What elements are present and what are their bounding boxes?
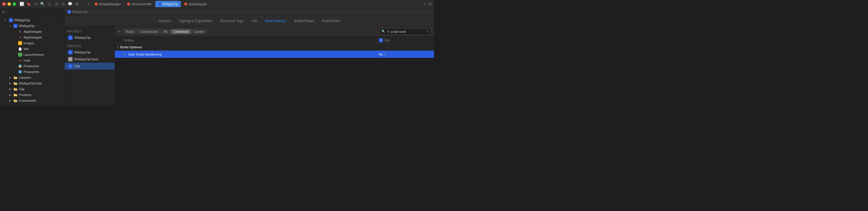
nav-app-icon: A (68, 35, 73, 40)
target-icon[interactable]: ◎ (54, 2, 59, 6)
nav-item-rnappclip-target[interactable]: A RNAppClip (65, 49, 115, 56)
bookmark-icon[interactable]: 🔖 (26, 2, 31, 6)
breadcrumb: A RNAppClip (67, 10, 88, 14)
minimize-button[interactable] (7, 2, 11, 6)
tab-build-rules[interactable]: Build Rules (319, 18, 344, 24)
col-clip-label: Clip (384, 38, 390, 42)
tree-label: main (24, 59, 30, 62)
tree-item-frameworks[interactable]: ▶ Frameworks (0, 98, 64, 104)
tab-signing[interactable]: Signing & Capabilities (175, 18, 216, 24)
nav-back-button[interactable]: ‹ (83, 1, 86, 7)
nav-forward-button[interactable]: › (87, 1, 91, 7)
assets-icon: ⊞ (18, 41, 22, 46)
sidebar-toggle-button[interactable]: ≡ (2, 10, 5, 15)
tree-arrow: ▶ (9, 76, 13, 79)
tab-build-settings[interactable]: Build Settings (261, 18, 290, 24)
tab-bridgemanager[interactable]: BridgeManager (92, 1, 123, 7)
privacy-icon (18, 70, 22, 74)
segment-levels[interactable]: Levels (191, 29, 207, 34)
svg-rect-6 (18, 53, 22, 57)
folder-icon (13, 75, 18, 80)
tab-resource-tags[interactable]: Resource Tags (216, 18, 247, 24)
cell-value[interactable]: No ▲ ▼ (377, 52, 434, 56)
tree-item-appdelegate-h[interactable]: h AppDelegate (0, 29, 64, 34)
swift-icon (184, 3, 187, 5)
bubble-icon[interactable]: 💬 (68, 2, 72, 6)
nav-arrows: ‹ › (83, 1, 90, 7)
grid-icon[interactable]: ⊞ (74, 2, 79, 6)
build-settings-area: + Basic Customized All Combined Levels 🔍… (115, 26, 434, 105)
search-clear-button[interactable]: ✕ (426, 30, 429, 34)
segment-customized[interactable]: Customized (137, 29, 161, 34)
tree-item-products[interactable]: ▶ Products (0, 92, 64, 98)
tree-item-rnappclip-sub[interactable]: ▾ A RNAppClip (0, 23, 64, 29)
tree-item-privacyinfo2[interactable]: PrivacyInfo (0, 69, 64, 75)
nav-item-rnappclip-proj[interactable]: A RNAppClip (65, 34, 115, 41)
tab-viewcontroller[interactable]: ViewController (124, 1, 155, 7)
search-input[interactable] (391, 30, 425, 33)
title-bar-right: ⤢ ⊡ (423, 2, 432, 6)
swift-icon (127, 3, 130, 5)
tab-general[interactable]: General (155, 18, 175, 24)
sidebar-toggle-icon[interactable]: ⬜ (20, 2, 24, 6)
expand-icon[interactable]: ⤢ (423, 2, 426, 6)
nav-item-label: Clip (74, 64, 80, 68)
svg-text:A: A (14, 25, 17, 28)
breadcrumb-bar: A RNAppClip (65, 8, 434, 16)
filter-bar: + Basic Customized All Combined Levels 🔍… (115, 26, 434, 37)
tree-item-rnappcliptests[interactable]: ▶ RNAppClipTests (0, 80, 64, 86)
tab-build-phases[interactable]: Build Phases (290, 18, 318, 24)
tree-label: Info (24, 47, 29, 51)
section-build-options[interactable]: ▾ Build Options (115, 44, 434, 51)
tree-label: Libraries (19, 76, 31, 79)
tree-arrow: ▾ (5, 19, 9, 22)
nav-clip-icon: A (68, 64, 73, 69)
tree-item-rnappclip-root[interactable]: ▾ A RNAppClip (0, 17, 64, 23)
m-icon: m (18, 35, 22, 40)
sidebar: ≡ ▾ A RNAppClip ▾ A RNAppClip (0, 8, 65, 105)
row-user-script-sandboxing[interactable]: ▶ User Script Sandboxing No ▲ ▼ (115, 51, 434, 58)
maximize-button[interactable] (12, 2, 16, 6)
tabs-bar: BridgeManager ViewController RNAppClip A… (90, 1, 423, 7)
segment-combined[interactable]: Combined (170, 29, 191, 34)
tree-item-clip[interactable]: ▶ Clip (0, 86, 64, 92)
tree-label: PrivacyInfo (24, 70, 39, 74)
tree-item-main[interactable]: m main (0, 57, 64, 63)
app-icon: A (13, 24, 18, 28)
h-icon: h (18, 29, 22, 34)
pen-icon[interactable]: ✏ (61, 2, 65, 6)
segment-all[interactable]: All (161, 29, 170, 34)
tab-label: ViewController (131, 2, 152, 6)
file-tree: ▾ A RNAppClip ▾ A RNAppClip (0, 16, 64, 105)
tree-item-libraries[interactable]: ▶ Libraries (0, 75, 64, 80)
breadcrumb-app-icon: A (67, 10, 71, 14)
stepper[interactable]: ▲ ▼ (384, 52, 386, 56)
search-icon[interactable]: 🔍 (40, 2, 45, 6)
tree-item-privacyinfo1[interactable]: 🔒 PrivacyInfo (0, 63, 64, 69)
tree-item-info[interactable]: 📄 Info (0, 46, 64, 52)
close-button[interactable] (2, 2, 6, 6)
tab-info[interactable]: Info (247, 18, 261, 24)
tree-label: Products (19, 93, 31, 97)
tab-appdelegate[interactable]: AppDelegate (181, 1, 210, 7)
tree-arrow: ▶ (9, 99, 13, 102)
nav-item-rnappcliptests-target[interactable]: ⚙ RNAppClipTests (65, 56, 115, 63)
warning-icon[interactable]: ⚠ (47, 2, 52, 6)
search-icon: 🔍 (381, 30, 385, 33)
tree-label: AppDelegate (24, 30, 42, 33)
app-icon (158, 3, 161, 5)
tree-item-images[interactable]: ⊞ Images (0, 40, 64, 46)
value-label: No (379, 53, 383, 56)
nav-item-label: RNAppClip (74, 36, 91, 39)
tree-item-appdelegate-m[interactable]: m AppDelegate (0, 34, 64, 40)
svg-point-9 (19, 70, 22, 74)
segment-basic[interactable]: Basic (123, 29, 137, 34)
tree-label: Images (24, 42, 34, 45)
add-filter-button[interactable]: + (118, 28, 121, 35)
tag-icon[interactable]: 🏷 (33, 2, 38, 6)
tree-item-launchscreen[interactable]: LaunchScreen (0, 52, 64, 57)
folder-icon (13, 81, 18, 86)
tab-rnappclip[interactable]: RNAppClip (155, 1, 181, 7)
nav-item-clip-target[interactable]: A Clip (65, 63, 115, 70)
split-icon[interactable]: ⊡ (429, 2, 432, 6)
